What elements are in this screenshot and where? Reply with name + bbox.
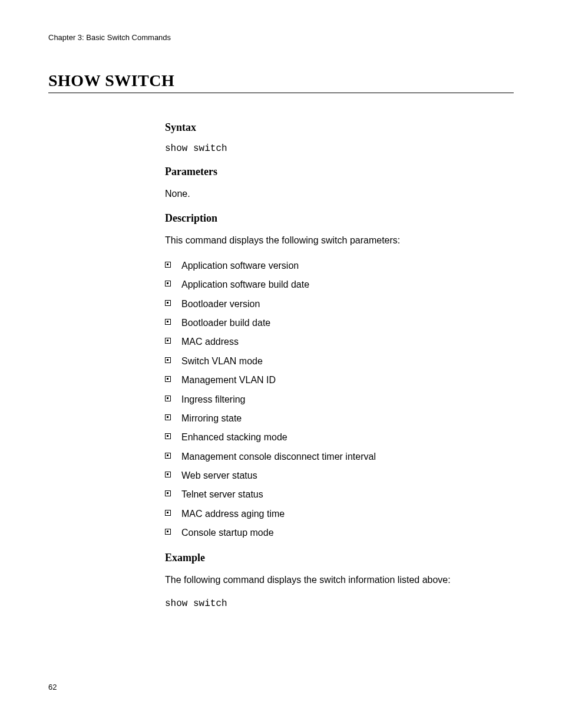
list-item: Switch VLAN mode [165,355,495,368]
parameters-heading: Parameters [165,166,495,178]
list-item-text: Bootloader build date [181,317,270,330]
list-item-text: Management console disconnect timer inte… [181,450,376,463]
bullet-icon [165,472,171,477]
list-item-text: Mirroring state [181,412,242,425]
description-heading: Description [165,212,495,225]
list-item: Application software build date [165,278,495,291]
page-title: Show Switch [48,71,514,93]
syntax-heading: Syntax [165,121,495,134]
list-item: Mirroring state [165,412,495,425]
example-code: show switch [165,598,495,609]
syntax-code: show switch [165,143,495,154]
list-item: Console startup mode [165,526,495,539]
description-intro: This command displays the following swit… [165,234,495,247]
parameters-text: None. [165,187,495,200]
list-item: Management console disconnect timer inte… [165,450,495,463]
bullet-icon [165,357,171,363]
list-item-text: Switch VLAN mode [181,355,263,368]
bullet-icon [165,300,171,306]
bullet-icon [165,490,171,496]
list-item: Bootloader version [165,298,495,311]
bullet-icon [165,281,171,286]
bullet-icon [165,319,171,325]
list-item-text: Bootloader version [181,298,260,311]
list-item: Ingress filtering [165,393,495,406]
list-item: Application software version [165,259,495,272]
bullet-icon [165,338,171,344]
bullet-icon [165,453,171,459]
list-item-text: Enhanced stacking mode [181,431,287,444]
list-item: Bootloader build date [165,317,495,330]
list-item-text: Application software version [181,259,299,272]
content-body: Syntax show switch Parameters None. Desc… [165,121,495,609]
bullet-icon [165,396,171,401]
list-item: Enhanced stacking mode [165,431,495,444]
list-item-text: MAC address [181,335,239,348]
list-item-text: Console startup mode [181,526,274,539]
list-item-text: MAC address aging time [181,508,285,521]
list-item-text: Ingress filtering [181,393,246,406]
page-number: 62 [48,683,57,691]
list-item-text: Telnet server status [181,488,263,501]
list-item-text: Management VLAN ID [181,374,276,387]
list-item: MAC address [165,335,495,348]
list-item-text: Application software build date [181,278,309,291]
document-page: Chapter 3: Basic Switch Commands Show Sw… [0,0,562,609]
example-text: The following command displays the switc… [165,574,495,587]
chapter-header: Chapter 3: Basic Switch Commands [48,33,514,42]
bullet-icon [165,510,171,516]
list-item: MAC address aging time [165,508,495,521]
bullet-icon [165,529,171,535]
description-list: Application software version Application… [165,259,495,540]
bullet-icon [165,433,171,439]
bullet-icon [165,262,171,268]
bullet-icon [165,414,171,420]
list-item-text: Web server status [181,469,257,482]
bullet-icon [165,376,171,382]
list-item: Web server status [165,469,495,482]
example-heading: Example [165,552,495,564]
list-item: Management VLAN ID [165,374,495,387]
list-item: Telnet server status [165,488,495,501]
